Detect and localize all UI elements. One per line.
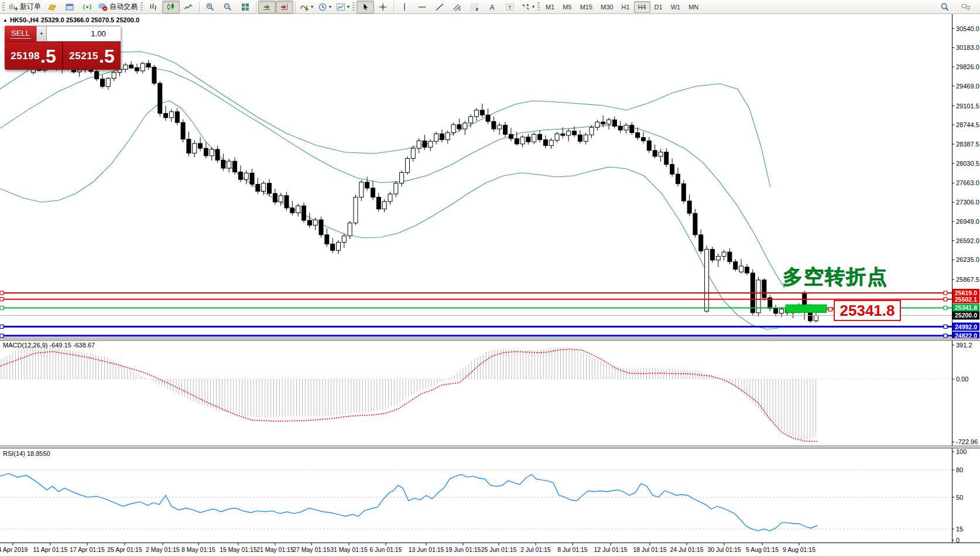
main-chart[interactable]: 25341.8多空转折点30540.030183.029826.029469.0…: [0, 0, 980, 556]
time-axis-label: 8 May 01:15: [181, 546, 215, 553]
svg-text:29826.0: 29826.0: [956, 63, 979, 70]
channel-button[interactable]: E: [448, 1, 466, 13]
signals-icon: [83, 2, 92, 12]
metaeditor-button[interactable]: [61, 1, 78, 13]
time-axis-label: 24 Jul 01:15: [670, 546, 703, 553]
timeframe-button-w1[interactable]: W1: [667, 1, 685, 13]
time-axis-label: 6 Jun 01:15: [370, 546, 402, 553]
toolbar-grip[interactable]: [352, 2, 355, 12]
timeframe-button-d1[interactable]: D1: [650, 1, 667, 13]
time-axis-label: 12 Jul 01:15: [594, 546, 627, 553]
svg-text:29101.5: 29101.5: [956, 103, 979, 110]
time-axis-label: 11 Apr 01:15: [33, 546, 68, 553]
market-depth-button[interactable]: [43, 1, 61, 13]
buy-price[interactable]: 25215 .5: [63, 42, 121, 70]
svg-text:T: T: [508, 4, 512, 10]
candlestick-chart-button[interactable]: [162, 1, 180, 13]
toolbar-grip[interactable]: [141, 2, 143, 12]
clock-icon: [318, 2, 327, 12]
auto-scroll-icon: [262, 2, 272, 12]
svg-text:28744.5: 28744.5: [956, 121, 979, 128]
line-handle[interactable]: [0, 306, 4, 309]
search-button[interactable]: [936, 1, 954, 13]
zoom-out-button[interactable]: [219, 1, 237, 13]
sell-button[interactable]: SELL: [5, 26, 36, 42]
timeframe-button-mn[interactable]: MN: [684, 1, 703, 13]
text-button[interactable]: A: [484, 1, 501, 13]
line-handle[interactable]: [0, 334, 4, 337]
periods-button[interactable]: ▾: [316, 1, 334, 13]
vertical-line-button[interactable]: [396, 1, 413, 13]
indicators-button[interactable]: ▾: [297, 1, 316, 13]
line-handle[interactable]: [944, 306, 947, 309]
toolbar-separator: [295, 2, 296, 12]
templates-button[interactable]: ▾: [334, 1, 352, 13]
timeframe-button-m15[interactable]: M15: [576, 1, 597, 13]
line-handle[interactable]: [944, 325, 947, 329]
new-order-label: 新订单: [20, 2, 41, 12]
chat-button[interactable]: [957, 1, 975, 13]
vertical-line-icon: [400, 2, 409, 12]
svg-text:24992.0: 24992.0: [955, 323, 977, 330]
bar-chart-button[interactable]: [145, 1, 162, 13]
text-label-button[interactable]: T: [501, 1, 519, 13]
line-handle[interactable]: [944, 291, 947, 295]
line-handle[interactable]: [0, 325, 4, 329]
time-axis-label: 2 May 01:15: [146, 546, 180, 553]
svg-text:391.2: 391.2: [956, 342, 972, 349]
time-axis-label: 25 Jun 01:15: [481, 546, 517, 553]
timeframe-button-h1[interactable]: H1: [617, 1, 633, 13]
volume-decrease-button[interactable]: ▼: [36, 26, 47, 42]
arrows-button[interactable]: ▾: [519, 1, 537, 13]
panel-separator[interactable]: [0, 446, 980, 448]
collapse-arrow-icon[interactable]: ▲: [3, 18, 8, 23]
svg-text:30540.0: 30540.0: [956, 25, 979, 32]
sell-price[interactable]: 25198 .5: [5, 42, 63, 70]
time-axis-label: 31 May 01:15: [330, 546, 368, 553]
metaeditor-icon: [65, 2, 74, 12]
toolbar-grip[interactable]: [2, 2, 5, 12]
autotrade-label: 自动交易: [109, 2, 138, 12]
crosshair-button[interactable]: [374, 1, 392, 13]
volume-input[interactable]: [47, 26, 121, 42]
trendline-button[interactable]: [431, 1, 448, 13]
text-label-icon: T: [505, 2, 515, 12]
timeframe-button-m30[interactable]: M30: [597, 1, 617, 13]
toolbar-grip[interactable]: [537, 2, 540, 12]
new-order-button[interactable]: 新订单: [6, 1, 43, 13]
line-handle[interactable]: [944, 298, 947, 301]
line-handle[interactable]: [0, 291, 4, 295]
new-order-icon: [9, 2, 18, 12]
svg-text:25867.5: 25867.5: [956, 276, 979, 283]
annotation-text[interactable]: 多空转折点: [783, 265, 888, 288]
autotrade-button[interactable]: 自动交易: [96, 1, 140, 13]
time-axis-label: 27 May 01:15: [293, 546, 330, 553]
auto-scroll-button[interactable]: [258, 1, 276, 13]
timeframe-button-m5[interactable]: M5: [558, 1, 575, 13]
svg-text:29469.0: 29469.0: [956, 83, 979, 90]
autotrade-icon: [98, 2, 108, 12]
buy-price-main: 25215: [69, 50, 98, 62]
green-highlight-rectangle[interactable]: [786, 305, 827, 312]
timeframe-button-m1[interactable]: M1: [542, 1, 558, 13]
svg-text:27306.0: 27306.0: [956, 199, 979, 206]
line-handle[interactable]: [944, 334, 947, 337]
line-handle[interactable]: [0, 298, 4, 301]
line-chart-icon: [184, 2, 193, 12]
cursor-button[interactable]: [357, 1, 374, 13]
indicators-icon: [300, 2, 309, 12]
market-depth-icon: [47, 2, 57, 12]
fibonacci-button[interactable]: F: [466, 1, 484, 13]
signals-button[interactable]: [78, 1, 96, 13]
zoom-in-button[interactable]: [201, 1, 219, 13]
callout-handle[interactable]: [829, 308, 832, 311]
top-toolbar: 新订单 自动交易 ▾ ▾ ▾ E F A T ▾ M1M5M15M30H1H4D…: [0, 0, 980, 14]
panel-separator[interactable]: [0, 339, 980, 340]
line-chart-button[interactable]: [180, 1, 197, 13]
chart-shift-button[interactable]: [276, 1, 293, 13]
tile-windows-button[interactable]: [237, 1, 254, 13]
horizontal-line-button[interactable]: [413, 1, 431, 13]
timeframe-button-h4[interactable]: H4: [634, 1, 650, 13]
svg-text:27663.0: 27663.0: [956, 179, 979, 186]
svg-text:100: 100: [956, 448, 967, 455]
